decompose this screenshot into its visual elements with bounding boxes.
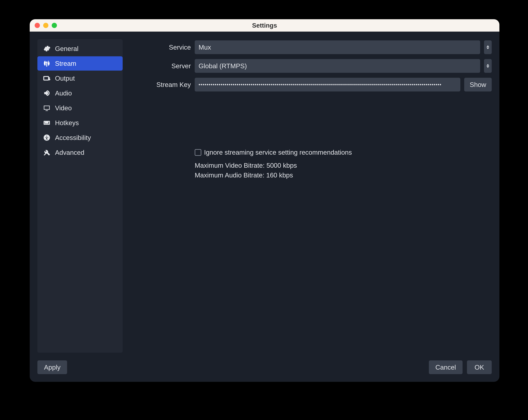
sidebar-item-general[interactable]: General: [37, 42, 123, 56]
accessibility-icon: [43, 134, 51, 141]
server-select-stepper[interactable]: [484, 59, 492, 73]
volume-icon: [43, 89, 51, 97]
sidebar-item-label: Video: [55, 104, 72, 112]
stream-key-mask: ••••••••••••••••••••••••••••••••••••••••…: [199, 82, 442, 87]
settings-window: Settings General Stream: [30, 19, 499, 382]
service-row: Service Mux: [130, 40, 492, 54]
service-select-value: Mux: [199, 44, 211, 51]
ignore-recommendations-checkbox[interactable]: Ignore streaming service setting recomme…: [195, 149, 492, 156]
chevron-down-icon: [486, 66, 489, 68]
sidebar-item-label: Audio: [55, 90, 72, 97]
sidebar-item-advanced[interactable]: Advanced: [37, 145, 123, 159]
service-label: Service: [130, 44, 191, 51]
sidebar-item-hotkeys[interactable]: Hotkeys: [37, 116, 123, 130]
sidebar-item-label: General: [55, 45, 79, 52]
stream-settings-panel: Service Mux Server Global (RTMPS): [130, 39, 492, 353]
sidebar-item-label: Accessibility: [55, 134, 91, 141]
max-audio-bitrate-text: Maximum Audio Bitrate: 160 kbps: [195, 171, 492, 179]
apply-button[interactable]: Apply: [37, 360, 67, 374]
svg-point-2: [46, 136, 48, 137]
sidebar-item-label: Output: [55, 75, 75, 82]
service-select[interactable]: Mux: [195, 40, 480, 54]
keyboard-icon: [43, 119, 51, 127]
checkbox-box: [195, 149, 201, 156]
minimize-window-button[interactable]: [43, 23, 48, 28]
cancel-button[interactable]: Cancel: [429, 360, 463, 374]
sidebar-item-label: Hotkeys: [55, 119, 79, 127]
show-stream-key-button[interactable]: Show: [464, 78, 492, 91]
server-select[interactable]: Global (RTMPS): [195, 59, 480, 73]
chevron-up-icon: [486, 64, 489, 66]
stream-key-label: Stream Key: [130, 81, 191, 89]
ignore-recommendations-label: Ignore streaming service setting recomme…: [204, 149, 352, 156]
window-controls: [35, 23, 57, 28]
window-title: Settings: [30, 22, 499, 29]
server-row: Server Global (RTMPS): [130, 59, 492, 73]
chevron-up-icon: [486, 45, 489, 47]
recommendations-block: Ignore streaming service setting recomme…: [195, 149, 492, 179]
sidebar-item-stream[interactable]: Stream: [37, 56, 123, 71]
dialog-footer: Apply Cancel OK: [37, 353, 492, 374]
sidebar-item-video[interactable]: Video: [37, 101, 123, 115]
sidebar-item-accessibility[interactable]: Accessibility: [37, 130, 123, 145]
sidebar-item-audio[interactable]: Audio: [37, 86, 123, 100]
stream-key-input[interactable]: ••••••••••••••••••••••••••••••••••••••••…: [195, 78, 460, 91]
footer-right-group: Cancel OK: [429, 360, 492, 374]
stream-key-row: Stream Key •••••••••••••••••••••••••••••…: [130, 78, 492, 91]
titlebar: Settings: [30, 19, 499, 32]
chevron-down-icon: [486, 47, 489, 49]
content-row: General Stream Output: [37, 39, 492, 353]
tools-icon: [43, 149, 51, 156]
window-body: General Stream Output: [30, 32, 499, 382]
sidebar-item-label: Advanced: [55, 149, 84, 156]
ok-button[interactable]: OK: [467, 360, 492, 374]
svg-point-0: [49, 79, 50, 80]
server-select-value: Global (RTMPS): [199, 62, 247, 70]
server-label: Server: [130, 62, 191, 70]
service-select-stepper[interactable]: [484, 40, 492, 54]
monitor-icon: [43, 104, 51, 112]
close-window-button[interactable]: [35, 23, 40, 28]
settings-sidebar: General Stream Output: [37, 39, 123, 353]
sidebar-item-label: Stream: [55, 60, 76, 67]
maximize-window-button[interactable]: [52, 23, 57, 28]
max-video-bitrate-text: Maximum Video Bitrate: 5000 kbps: [195, 162, 492, 169]
gear-icon: [43, 45, 51, 52]
sidebar-item-output[interactable]: Output: [37, 71, 123, 85]
antenna-icon: [43, 60, 51, 67]
screen-record-icon: [43, 74, 51, 82]
